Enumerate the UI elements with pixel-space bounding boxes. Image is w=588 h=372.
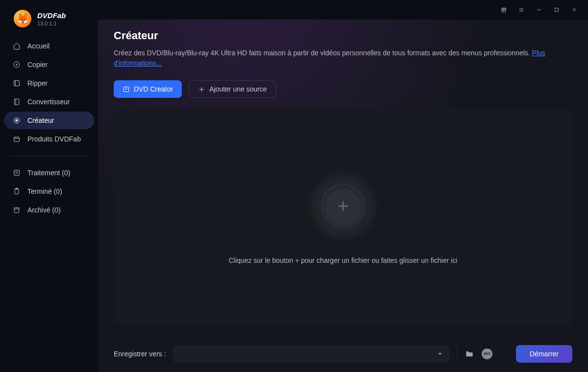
add-file-button[interactable] — [323, 186, 363, 226]
gift-icon[interactable] — [497, 3, 511, 17]
box-icon — [13, 135, 21, 143]
maximize-button[interactable] — [550, 3, 564, 17]
nav-divider — [9, 156, 89, 156]
sidebar-item-done[interactable]: Terminé (0) — [4, 183, 94, 200]
sidebar-item-label: Produits DVDFab — [27, 135, 81, 143]
converter-icon — [13, 98, 21, 106]
footer: Enregistrer vers : ISO Démarrer — [98, 335, 588, 372]
page-title: Créateur — [114, 29, 572, 42]
sidebar-item-creator[interactable]: Créateur — [4, 112, 94, 129]
svg-rect-2 — [14, 81, 20, 86]
chevron-down-icon — [437, 351, 443, 357]
creator-mode-icon — [122, 86, 130, 93]
disc-icon — [13, 61, 21, 69]
svg-rect-7 — [14, 137, 20, 141]
sidebar-item-label: Créateur — [27, 116, 54, 124]
svg-rect-13 — [14, 208, 20, 209]
ripper-icon — [13, 79, 21, 87]
save-to-label: Enregistrer vers : — [114, 350, 166, 358]
svg-rect-20 — [555, 8, 559, 12]
folder-icon — [465, 349, 474, 358]
dropzone-circle — [306, 169, 380, 243]
menu-icon[interactable] — [514, 3, 528, 17]
content: Créateur Créez des DVD/Blu-ray/Blu-ray 4… — [98, 20, 588, 335]
nav-status: Traitement (0) Terminé (0) Archivé (0) — [0, 164, 98, 219]
sidebar-item-home[interactable]: Accueil — [4, 37, 94, 55]
svg-rect-8 — [14, 170, 20, 176]
svg-point-6 — [16, 119, 18, 121]
sidebar-item-label: Ripper — [27, 79, 48, 87]
main: Créateur Créez des DVD/Blu-ray/Blu-ray 4… — [98, 0, 588, 372]
minimize-button[interactable] — [532, 3, 546, 17]
dropzone[interactable]: Cliquez sur le bouton + pour charger un … — [114, 109, 572, 325]
page-description: Créez des DVD/Blu-ray/Blu-ray 4K Ultra H… — [114, 48, 572, 69]
sidebar-item-label: Archivé (0) — [27, 206, 61, 214]
clipboard-icon — [13, 187, 21, 195]
logo-icon: 🦊 — [14, 10, 31, 27]
plus-icon — [335, 198, 351, 214]
app-name: DVDFab — [37, 11, 66, 20]
add-source-button[interactable]: Ajouter une source — [189, 80, 276, 98]
sidebar-item-label: Convertisseur — [27, 98, 70, 106]
sidebar-item-ripper[interactable]: Ripper — [4, 74, 94, 92]
folder-button[interactable] — [464, 349, 475, 359]
titlebar — [98, 0, 588, 20]
svg-point-0 — [14, 62, 20, 68]
plus-icon — [198, 86, 205, 93]
dropzone-text: Cliquez sur le bouton + pour charger un … — [229, 256, 458, 264]
list-icon — [13, 169, 21, 177]
sidebar-item-label: Copier — [27, 61, 48, 69]
divider — [457, 347, 457, 361]
sidebar-item-label: Traitement (0) — [27, 169, 70, 177]
nav-main: Accueil Copier Ripper Convertisseur Créa… — [0, 37, 98, 148]
close-button[interactable] — [567, 3, 581, 17]
sidebar-item-archived[interactable]: Archivé (0) — [4, 201, 94, 219]
iso-button[interactable]: ISO — [482, 349, 492, 359]
sidebar-item-copy[interactable]: Copier — [4, 56, 94, 73]
sidebar-item-converter[interactable]: Convertisseur — [4, 93, 94, 111]
sidebar-item-processing[interactable]: Traitement (0) — [4, 164, 94, 182]
app-logo: 🦊 DVDFab 13.0.1.1 — [0, 10, 98, 37]
sidebar-item-label: Terminé (0) — [27, 187, 62, 195]
save-destination-select[interactable] — [173, 345, 450, 363]
sidebar: 🦊 DVDFab 13.0.1.1 Accueil Copier Ripper … — [0, 0, 98, 372]
sidebar-item-products[interactable]: Produits DVDFab — [4, 130, 94, 148]
home-icon — [13, 42, 21, 50]
action-bar: DVD Creator Ajouter une source — [114, 80, 572, 98]
sidebar-item-label: Accueil — [27, 42, 49, 50]
dvd-creator-button[interactable]: DVD Creator — [114, 80, 182, 98]
app-version: 13.0.1.1 — [37, 21, 66, 26]
start-button[interactable]: Démarrer — [516, 345, 572, 363]
svg-rect-3 — [14, 99, 19, 105]
archive-icon — [13, 206, 21, 214]
target-icon — [13, 116, 21, 124]
svg-point-1 — [16, 64, 18, 66]
